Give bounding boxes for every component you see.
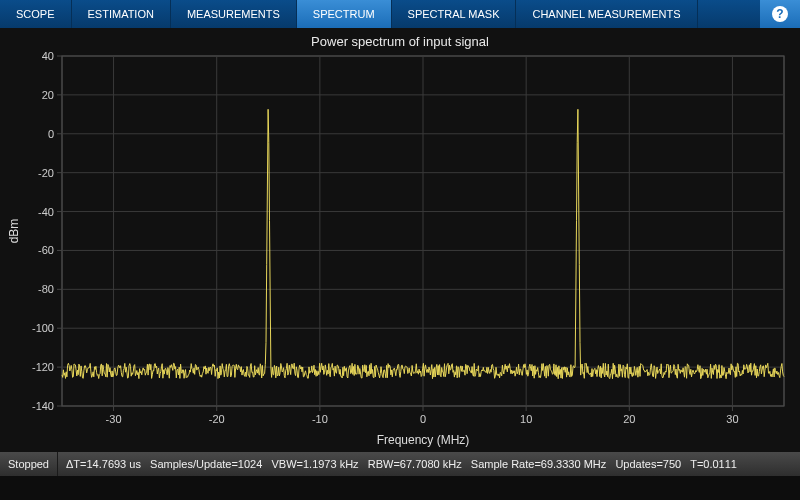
tab-label: SCOPE [16,8,55,20]
svg-text:10: 10 [520,413,532,425]
tab-spectrum[interactable]: SPECTRUM [297,0,392,28]
svg-text:-10: -10 [312,413,328,425]
svg-text:-120: -120 [32,361,54,373]
tab-bar: SCOPE ESTIMATION MEASUREMENTS SPECTRUM S… [0,0,800,28]
status-deltaT: ΔT=14.7693 us [66,458,141,470]
tab-scope[interactable]: SCOPE [0,0,72,28]
status-details: ΔT=14.7693 us Samples/Update=1024 VBW=1.… [58,458,745,470]
status-samples: Samples/Update=1024 [150,458,262,470]
status-vbw: VBW=1.1973 kHz [271,458,358,470]
svg-text:-40: -40 [38,206,54,218]
status-updates: Updates=750 [615,458,681,470]
help-button[interactable]: ? [760,0,800,28]
plot-area: Power spectrum of input signal-30-20-100… [0,28,800,476]
svg-text:-60: -60 [38,244,54,256]
tab-spectral-mask[interactable]: SPECTRAL MASK [392,0,517,28]
spectrum-plot: Power spectrum of input signal-30-20-100… [0,28,800,476]
tab-label: ESTIMATION [88,8,154,20]
svg-text:-20: -20 [209,413,225,425]
svg-text:-30: -30 [106,413,122,425]
svg-text:-80: -80 [38,283,54,295]
svg-text:-100: -100 [32,322,54,334]
svg-text:-140: -140 [32,400,54,412]
status-rate: Sample Rate=69.3330 MHz [471,458,606,470]
help-icon: ? [772,6,788,22]
svg-text:dBm: dBm [7,219,21,244]
svg-text:20: 20 [623,413,635,425]
tab-label: SPECTRAL MASK [408,8,500,20]
svg-text:20: 20 [42,89,54,101]
svg-text:Power spectrum of input signal: Power spectrum of input signal [311,34,489,49]
svg-text:40: 40 [42,50,54,62]
tab-estimation[interactable]: ESTIMATION [72,0,171,28]
tab-label: SPECTRUM [313,8,375,20]
tab-label: MEASUREMENTS [187,8,280,20]
svg-text:0: 0 [420,413,426,425]
tab-channel-measurements[interactable]: CHANNEL MEASUREMENTS [516,0,697,28]
svg-text:-20: -20 [38,167,54,179]
status-state: Stopped [0,452,58,476]
svg-text:Frequency (MHz): Frequency (MHz) [377,433,470,447]
svg-text:30: 30 [726,413,738,425]
status-bar: Stopped ΔT=14.7693 us Samples/Update=102… [0,452,800,476]
tab-measurements[interactable]: MEASUREMENTS [171,0,297,28]
status-rbw: RBW=67.7080 kHz [368,458,462,470]
status-t: T=0.0111 [690,458,737,470]
tab-label: CHANNEL MEASUREMENTS [532,8,680,20]
svg-text:0: 0 [48,128,54,140]
